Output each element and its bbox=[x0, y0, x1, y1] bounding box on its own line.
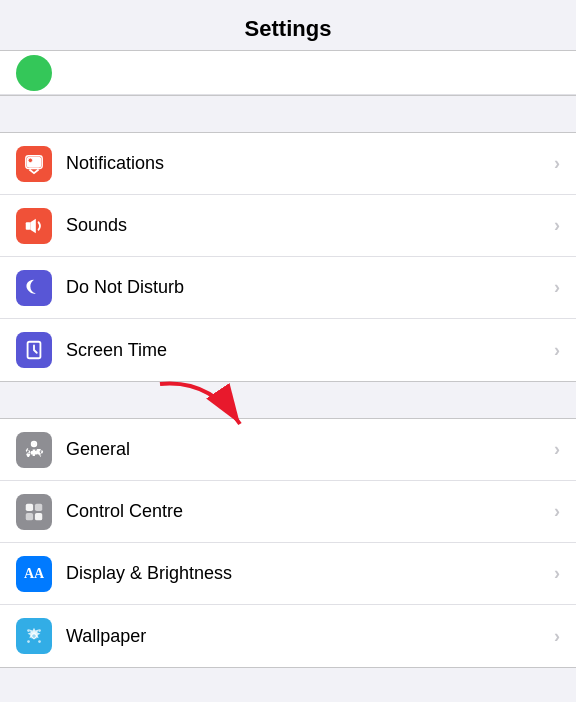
donotdisturb-row[interactable]: Do Not Disturb › bbox=[0, 257, 576, 319]
svg-point-5 bbox=[32, 442, 36, 446]
wallpaper-row[interactable]: Wallpaper › bbox=[0, 605, 576, 667]
screentime-row[interactable]: Screen Time › bbox=[0, 319, 576, 381]
top-partial-section bbox=[0, 50, 576, 96]
sounds-icon bbox=[16, 208, 52, 244]
page-title: Settings bbox=[245, 16, 332, 41]
displaybrightness-row[interactable]: AA Display & Brightness › bbox=[0, 543, 576, 605]
notifications-row[interactable]: Notifications › bbox=[0, 133, 576, 195]
svg-rect-3 bbox=[26, 222, 31, 229]
svg-rect-9 bbox=[26, 512, 33, 519]
controlcentre-icon bbox=[16, 494, 52, 530]
section-gap-2 bbox=[0, 382, 576, 418]
svg-rect-10 bbox=[35, 512, 42, 519]
controlcentre-chevron: › bbox=[554, 501, 560, 522]
controlcentre-label: Control Centre bbox=[66, 501, 554, 522]
settings-header: Settings bbox=[0, 0, 576, 50]
general-section: General › Control Centre › bbox=[0, 418, 576, 668]
notifications-chevron: › bbox=[554, 153, 560, 174]
wallpaper-label: Wallpaper bbox=[66, 626, 554, 647]
section-gap-1 bbox=[0, 96, 576, 132]
general-icon bbox=[16, 432, 52, 468]
displaybrightness-chevron: › bbox=[554, 563, 560, 584]
svg-rect-7 bbox=[26, 503, 33, 510]
screentime-label: Screen Time bbox=[66, 340, 554, 361]
displaybrightness-icon: AA bbox=[16, 556, 52, 592]
donotdisturb-label: Do Not Disturb bbox=[66, 277, 554, 298]
sounds-label: Sounds bbox=[66, 215, 554, 236]
donotdisturb-chevron: › bbox=[554, 277, 560, 298]
displaybrightness-label: Display & Brightness bbox=[66, 563, 554, 584]
wallpaper-chevron: › bbox=[554, 626, 560, 647]
svg-point-14 bbox=[38, 629, 41, 632]
svg-point-1 bbox=[28, 158, 33, 163]
partial-row[interactable] bbox=[0, 51, 576, 95]
screentime-icon bbox=[16, 332, 52, 368]
controlcentre-row[interactable]: Control Centre › bbox=[0, 481, 576, 543]
svg-point-15 bbox=[27, 640, 30, 643]
general-chevron: › bbox=[554, 439, 560, 460]
green-icon bbox=[16, 55, 52, 91]
screentime-chevron: › bbox=[554, 340, 560, 361]
sounds-row[interactable]: Sounds › bbox=[0, 195, 576, 257]
notifications-section: Notifications › Sounds › Do Not Disturb … bbox=[0, 132, 576, 382]
notifications-label: Notifications bbox=[66, 153, 554, 174]
donotdisturb-icon bbox=[16, 270, 52, 306]
svg-point-16 bbox=[38, 640, 41, 643]
sounds-chevron: › bbox=[554, 215, 560, 236]
wallpaper-icon bbox=[16, 618, 52, 654]
svg-point-13 bbox=[27, 629, 30, 632]
general-row[interactable]: General › bbox=[0, 419, 576, 481]
notifications-icon bbox=[16, 146, 52, 182]
general-label: General bbox=[66, 439, 554, 460]
svg-rect-8 bbox=[35, 503, 42, 510]
